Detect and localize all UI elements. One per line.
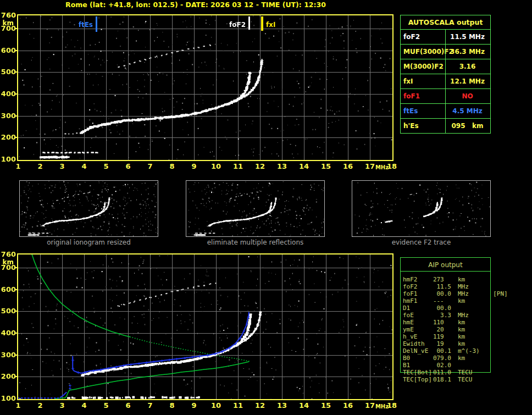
aip-row-B1: B1 02.0 [400,362,527,369]
top-plot-y-tick-mark [15,115,17,117]
aip-value: 00.0 [433,290,451,297]
autoscala-param-value: 12.1 MHz [445,74,489,88]
aip-unit [451,362,490,369]
top-plot-y-tick-mark [15,50,17,51]
aip-row-hmF2: hmF2273 km [400,276,527,283]
autoscala-row-MUF(3000)F2: MUF(3000)F236.3 MHz [401,44,490,59]
aip-label: B0 [403,355,433,362]
aip-note [493,340,527,347]
aip-note [497,376,527,383]
aip-unit: km [451,355,493,362]
bottom-plot-y-tick-mark [15,333,17,334]
aip-unit [451,305,490,312]
aip-note [490,362,527,369]
aip-value: 19 [433,340,451,347]
aip-value: 20 [433,326,451,333]
aip-row-ymE: ymE 20 km [400,326,527,333]
aip-label: DelN_vE [403,347,433,355]
top-plot-y-tick-label: 760 [1,12,16,19]
bottom-plot-y-tick-label: 500 [1,307,16,314]
top-plot-x-tick-label: 8 [165,162,179,170]
bottom-plot-x-tick-label: 16 [341,401,354,410]
bottom-plot-x-tick-label: 13 [275,401,289,410]
bottom-plot-x-tick-label: 10 [209,401,223,410]
autoscala-row-foF2: foF211.5 MHz [401,29,490,44]
autoscala-param-value: 095 km [445,119,489,133]
bottom-plot-x-tick-label: 15 [319,401,332,410]
bottom-profile-plot [17,253,394,400]
caption-eliminate-reflections: eliminate multiple reflections [186,239,325,245]
autoscala-param-label: h'Es [401,119,445,133]
bottom-plot-y-tick-mark [15,311,17,312]
aip-unit: MHz [451,283,495,290]
aip-label: B1 [403,362,433,369]
top-plot-x-tick-label: 2 [34,162,47,170]
marker-line-ftEs [96,16,97,32]
bottom-plot-y-tick-mark [15,267,17,268]
top-plot-x-tick-label: 3 [56,162,69,170]
thumbnail-evidence-canvas [352,181,490,236]
aip-value: 00.1 [433,347,451,355]
top-plot-x-tick-label: 10 [209,162,223,170]
top-plot-x-tick-label: 9 [187,162,201,170]
bottom-plot-x-tick-label: 14 [297,401,311,410]
bottom-plot-x-tick-label: 9 [187,401,201,410]
aip-value: 02.0 [433,362,451,369]
aip-value: 018.1 [433,376,451,383]
top-plot-y-tick-mark [15,93,17,95]
autoscala-param-label: foF2 [401,30,445,44]
autoscala-param-label: ftEs [401,104,445,118]
top-plot-x-tick-label: 4 [77,162,91,170]
autoscala-screen: Rome (lat: +41.8, lon: 012.5) - DATE: 20… [0,0,532,415]
aip-table-header: AIP output [401,258,490,272]
aip-note [493,333,527,340]
bottom-plot-x-tick-label: 8 [165,401,179,410]
aip-value: 3.3 [433,312,451,319]
bottom-plot-x-tick-label: 11 [231,401,245,410]
aip-unit: km [451,333,493,340]
top-plot-x-tick-label: 15 [319,162,332,170]
aip-note [493,276,527,283]
top-plot-x-tick-label: 14 [297,162,311,170]
autoscala-param-label: foF1 [401,89,445,103]
top-plot-x-tick-label: 12 [253,162,267,170]
bottom-plot-x-tick-label: 12 [253,401,267,410]
autoscala-param-value: 3.16 [445,59,489,74]
top-plot-y-tick-label: 400 [1,90,16,97]
top-plot-x-tick-label: 7 [143,162,157,170]
aip-label: hmF1 [403,297,433,305]
aip-note [500,347,527,355]
aip-label: TEC[Bot] [403,369,433,376]
aip-row-foF1: foF1 00.0MHz[PN] [400,290,527,297]
bottom-plot-y-tick-label: 200 [1,373,16,380]
marker-label-foF2: foF2 [227,21,246,29]
aip-note [493,319,527,326]
aip-row-Ewidth: Ewidth 19 km [400,340,527,347]
top-plot-x-tick-label: 5 [99,162,113,170]
top-ionogram-canvas [18,15,392,160]
autoscala-param-label: fxI [401,74,445,88]
thumbnail-eliminate-canvas [186,181,324,236]
autoscala-row-fxI: fxI12.1 MHz [401,74,490,88]
thumbnail-eliminate-reflections [186,180,325,237]
autoscala-table-header: AUTOSCALA output [401,15,490,29]
aip-unit: km [451,340,493,347]
aip-value: 273 [433,276,451,283]
marker-line-fxI [261,16,263,31]
aip-row-TEC[Top]: TEC[Top]018.1TECU [400,376,527,383]
aip-note [493,297,527,305]
aip-table-rows: hmF2273 kmfoF2 11.5MHzfoF1 00.0MHz[PN]hm… [400,276,527,383]
aip-note: [PN] [487,290,527,297]
autoscala-param-value: NO [445,89,489,103]
bottom-plot-x-axis-unit: MHz [375,403,389,410]
aip-row-foF2: foF2 11.5MHz [400,283,527,290]
top-plot-x-tick-label: 6 [121,162,135,170]
aip-unit: TECU [451,376,497,383]
bottom-profile-canvas [18,254,392,399]
aip-row-DelN_vE: DelN_vE 00.1m^(-3) [400,347,527,355]
bottom-plot-y-tick-label: 300 [1,351,16,358]
autoscala-row-h'Es: h'Es095 km [401,118,490,133]
aip-label: D1 [403,305,433,312]
aip-note [490,305,527,312]
caption-original-ionogram: original ionogram resized [19,239,158,245]
